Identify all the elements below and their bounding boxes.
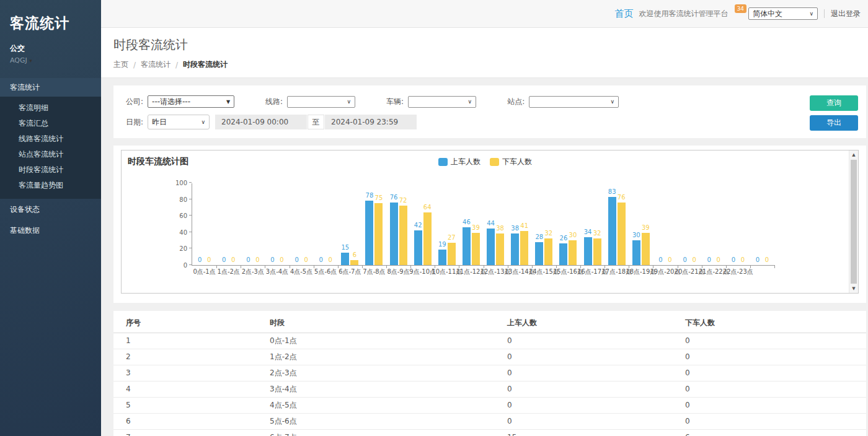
table-cell: 7 (113, 429, 270, 436)
sidebar-submenu-item[interactable]: 时段客流统计 (0, 162, 101, 178)
sidebar-submenu-item[interactable]: 客流量趋势图 (0, 178, 101, 193)
date-range-separator: 至 (308, 115, 324, 129)
table-row: 43点-4点00 (113, 381, 866, 397)
table-cell: 0 (507, 333, 685, 349)
vehicle-select[interactable]: ∨ (408, 96, 476, 108)
table-cell: 0 (507, 349, 685, 365)
table-cell: 0 (507, 381, 685, 397)
bar-value-label: 0 (207, 257, 211, 263)
bar-value-label: 0 (683, 257, 686, 263)
bar-value-label: 0 (304, 257, 308, 263)
table-cell: 0 (507, 365, 685, 381)
table-cell: 1 (113, 333, 270, 349)
chart-category-group: 192710点-11点 (435, 183, 459, 265)
table-cell: 4点-5点 (270, 397, 507, 413)
company-filter: 公司: ---请选择--- ▼ (126, 95, 234, 108)
x-axis-label: 6点-7点 (339, 268, 361, 276)
language-select[interactable]: 简体中文 ∨ (748, 7, 818, 20)
bar-value-label: 0 (717, 257, 720, 263)
chart-category-group: 42649点-10点 (410, 183, 435, 265)
chart-category-group: 283214点-15点 (532, 183, 556, 265)
scroll-up-icon[interactable]: ▲ (849, 150, 858, 159)
breadcrumb-home[interactable]: 主页 (113, 59, 128, 70)
bar-value-label: 0 (707, 257, 711, 263)
x-axis-label: 22点-23点 (723, 268, 753, 276)
page-content: 公司: ---请选择--- ▼ 线路: ∨ 车 (101, 77, 868, 436)
x-axis-tick (774, 265, 775, 268)
table-row: 21点-2点00 (113, 349, 866, 365)
legend-label: 下车人数 (502, 157, 532, 167)
chart-bar: 78 (365, 201, 373, 265)
sidebar-item[interactable]: 基础数据 (0, 220, 101, 241)
breadcrumb: 主页 / 客流统计 / 时段客流统计 (113, 59, 868, 70)
bar-value-label: 0 (732, 257, 735, 263)
welcome-text: 欢迎使用客流统计管理平台 (639, 9, 728, 19)
bar-value-label: 39 (472, 225, 480, 231)
table-cell: 5点-6点 (270, 413, 507, 429)
x-axis-label: 3点-4点 (266, 268, 288, 276)
logout-link[interactable]: 退出登录 (831, 9, 861, 19)
sidebar-submenu-item[interactable]: 客流汇总 (0, 116, 101, 131)
bar-value-label: 46 (463, 219, 471, 225)
y-axis-tick (189, 232, 192, 232)
vehicle-label: 车辆: (386, 97, 404, 107)
bar-value-label: 0 (668, 257, 671, 263)
chart-legend: 上车人数下车人数 (122, 157, 849, 167)
chart-category-group: 00 (750, 183, 774, 265)
date-label: 日期: (126, 117, 143, 128)
chart-bar: 30 (569, 240, 577, 265)
station-select[interactable]: ∨ (529, 96, 619, 108)
y-axis-label: 20 (165, 245, 187, 252)
data-table-panel: 序号时段上车人数下车人数 10点-1点0021点-2点0032点-3点0043点… (113, 311, 866, 436)
chevron-down-icon: ∨ (809, 11, 813, 17)
bar-value-label: 19 (438, 242, 446, 248)
chart-scrollbar[interactable]: ▲ ▼ (849, 150, 858, 293)
chart-category-group: 004点-5点 (290, 183, 314, 265)
sidebar-submenu-item[interactable]: 站点客流统计 (0, 147, 101, 162)
bar-value-label: 76 (390, 194, 398, 201)
chart-bar: 32 (544, 238, 552, 265)
chart-category-group: 0019点-20点 (653, 183, 677, 265)
chart-category-group: 001点-2点 (216, 183, 241, 265)
sidebar-submenu-item[interactable]: 客流明细 (0, 100, 101, 116)
table-cell: 0 (685, 397, 866, 413)
chart-category-group: 005点-6点 (314, 183, 338, 265)
table-row: 10点-1点00 (113, 333, 866, 349)
query-button[interactable]: 查询 (810, 95, 858, 111)
breadcrumb-passenger-stats[interactable]: 客流统计 (141, 59, 170, 70)
home-link[interactable]: 首页 (615, 8, 634, 20)
bar-value-label: 0 (692, 257, 696, 263)
station-label: 站点: (507, 97, 525, 107)
date-to-input[interactable]: 2024-01-09 23:59 (325, 115, 417, 129)
date-preset-select[interactable]: 昨日 ∨ (148, 115, 210, 129)
chart-bar: 38 (511, 233, 519, 265)
scroll-down-icon[interactable]: ▼ (849, 284, 858, 293)
chevron-down-icon: ∨ (347, 98, 352, 105)
table-cell: 0 (507, 397, 685, 413)
sidebar-menu: 客流统计 客流明细客流汇总线路客流统计站点客流统计时段客流统计客流量趋势图 设备… (0, 78, 101, 241)
date-from-input[interactable]: 2024-01-09 00:00 (215, 115, 307, 129)
sidebar-item-passenger-stats[interactable]: 客流统计 (0, 78, 101, 97)
scrollbar-thumb[interactable] (851, 160, 857, 284)
table-cell: 4 (113, 381, 270, 397)
export-button[interactable]: 导出 (810, 115, 858, 131)
company-select[interactable]: ---请选择--- ▼ (148, 95, 234, 108)
table-cell: 0 (685, 381, 866, 397)
line-select[interactable]: ∨ (287, 96, 355, 108)
sidebar-item[interactable]: 设备状态 (0, 199, 101, 220)
bar-value-label: 30 (632, 232, 640, 238)
org-code-dropdown[interactable]: AQGJ ▾ (10, 56, 92, 64)
bar-value-label: 34 (584, 229, 592, 235)
chart-panel: 时段车流统计图 上车人数下车人数 000点-1点001点-2点002点-3点00… (113, 146, 866, 303)
bar-value-label: 41 (520, 223, 528, 229)
chart-box: 时段车流统计图 上车人数下车人数 000点-1点001点-2点002点-3点00… (121, 150, 859, 294)
table-header-cell: 时段 (270, 313, 507, 333)
chart-category-group: 000点-1点 (192, 183, 216, 265)
bar-value-label: 78 (366, 193, 374, 199)
sidebar-submenu-item[interactable]: 线路客流统计 (0, 131, 101, 147)
table-cell: 6点-7点 (270, 429, 507, 436)
sidebar-submenu: 客流明细客流汇总线路客流统计站点客流统计时段客流统计客流量趋势图 (0, 97, 101, 199)
chart-category-group: 837617点-18点 (604, 183, 629, 265)
chart-bar: 39 (472, 233, 480, 265)
filter-row-1: 公司: ---请选择--- ▼ 线路: ∨ 车 (126, 95, 798, 108)
